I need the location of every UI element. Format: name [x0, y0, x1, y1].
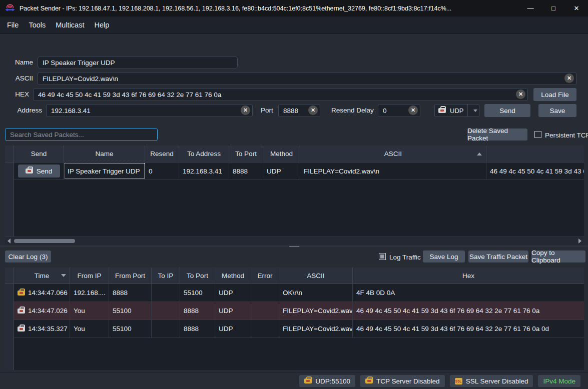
maximize-button[interactable]: □: [542, 0, 565, 16]
saved-header-method[interactable]: Method: [263, 146, 300, 162]
log-header-ascii[interactable]: ASCII: [279, 268, 353, 284]
log-to-ip-cell[interactable]: [152, 302, 180, 320]
log-to-port-cell[interactable]: 55100: [180, 284, 215, 302]
log-time-value: 14:34:47.026: [28, 307, 68, 314]
log-method-cell[interactable]: UDP: [215, 302, 251, 320]
hex-input[interactable]: [33, 88, 528, 101]
resend-clear-icon[interactable]: [408, 106, 418, 115]
log-hex-cell[interactable]: 4F 4B 0D 0A: [353, 284, 584, 302]
saved-hex-cell[interactable]: 46 49 4c 45 50 4c 41 59 3d 43 6f 76 69 6…: [486, 162, 584, 180]
log-to-port-cell[interactable]: 8888: [180, 302, 215, 320]
scrollbar-thumb[interactable]: [14, 239, 75, 243]
log-to-ip-cell[interactable]: [152, 320, 180, 338]
saved-header-hex[interactable]: [486, 146, 584, 162]
log-header-to-port[interactable]: To Port: [180, 268, 215, 284]
log-header-from-port[interactable]: From Port: [109, 268, 152, 284]
protocol-select[interactable]: UDP: [434, 104, 479, 117]
menu-help[interactable]: Help: [89, 16, 114, 34]
log-ascii-cell[interactable]: FILEPLAY=Covid2.wav\n\r: [279, 320, 353, 338]
saved-header-send[interactable]: Send: [14, 146, 64, 162]
row-send-button[interactable]: Send: [18, 164, 60, 178]
log-from-ip-cell[interactable]: You: [70, 320, 109, 338]
saved-to-port-cell[interactable]: 8888: [229, 162, 263, 180]
packet-icon: [438, 108, 446, 113]
log-header-error[interactable]: Error: [251, 268, 279, 284]
log-from-ip-cell[interactable]: 192.168....: [70, 284, 109, 302]
port-clear-icon[interactable]: [308, 106, 318, 115]
tcp-icon: [365, 378, 373, 384]
saved-resend-cell[interactable]: 0: [145, 162, 179, 180]
saved-ascii-cell[interactable]: FILEPLAY=Covid2.wav\n: [300, 162, 486, 180]
log-from-ip-cell[interactable]: You: [70, 302, 109, 320]
send-button[interactable]: Send: [484, 104, 530, 117]
saved-table-header: Send Name Resend To Address To Port Meth…: [5, 146, 584, 162]
persistent-tcp-checkbox[interactable]: [534, 131, 541, 138]
saved-method-cell[interactable]: UDP: [263, 162, 300, 180]
log-method-cell[interactable]: UDP: [215, 284, 251, 302]
log-header-method[interactable]: Method: [215, 268, 251, 284]
ipv4-mode-button[interactable]: IPv4 Mode: [538, 375, 580, 387]
scroll-left-icon[interactable]: [8, 238, 11, 244]
menu-tools[interactable]: Tools: [24, 16, 51, 34]
log-hex-cell[interactable]: 46 49 4c 45 50 4c 41 59 3d 43 6f 76 69 6…: [353, 302, 584, 320]
clear-log-button[interactable]: Clear Log (3): [5, 250, 51, 262]
address-input[interactable]: [46, 104, 253, 117]
ascii-clear-icon[interactable]: [564, 74, 574, 83]
log-method-cell[interactable]: UDP: [215, 320, 251, 338]
log-to-port-cell[interactable]: 8888: [180, 320, 215, 338]
horizontal-scrollbar[interactable]: [5, 236, 584, 244]
log-ascii-cell[interactable]: FILEPLAY=Covid2.wav\n: [279, 302, 353, 320]
copy-to-clipboard-button[interactable]: Copy to Clipboard: [531, 250, 585, 262]
close-button[interactable]: ✕: [565, 0, 588, 16]
log-from-port-cell[interactable]: 55100: [109, 320, 152, 338]
log-hex-cell[interactable]: 46 49 4c 45 50 4c 41 59 3d 43 6f 76 69 6…: [353, 320, 584, 338]
saved-header-resend[interactable]: Resend: [145, 146, 179, 162]
log-error-cell[interactable]: [251, 302, 279, 320]
log-row[interactable]: 14:34:35.327 You 55100 8888 UDP FILEPLAY…: [5, 320, 584, 338]
ssl-server-status-button[interactable]: SSL SSL Server Disabled: [450, 375, 533, 387]
load-file-button[interactable]: Load File: [533, 88, 576, 101]
save-traffic-packet-button[interactable]: Save Traffic Packet: [468, 250, 528, 262]
saved-to-address-cell[interactable]: 192.168.3.41: [179, 162, 229, 180]
log-to-ip-cell[interactable]: [152, 284, 180, 302]
log-time-cell[interactable]: 14:34:35.327: [14, 320, 70, 338]
saved-name-cell[interactable]: IP Speaker Trigger UDP: [64, 162, 145, 180]
log-traffic-checkbox[interactable]: [379, 253, 386, 260]
log-error-cell[interactable]: [251, 284, 279, 302]
save-log-button[interactable]: Save Log: [423, 250, 465, 262]
log-header-to-ip[interactable]: To IP: [152, 268, 180, 284]
ascii-input[interactable]: [38, 72, 576, 85]
log-header-corner: [5, 268, 14, 284]
save-button[interactable]: Save: [538, 104, 576, 117]
address-clear-icon[interactable]: [241, 106, 250, 115]
log-from-port-cell[interactable]: 55100: [109, 302, 152, 320]
name-input[interactable]: [38, 56, 238, 69]
saved-header-corner: [5, 146, 14, 162]
saved-table-row[interactable]: 1 Send IP Speaker Trigger UDP 0 192.168.…: [5, 162, 584, 180]
log-from-port-cell[interactable]: 8888: [109, 284, 152, 302]
hex-clear-icon[interactable]: [516, 90, 525, 99]
saved-header-name[interactable]: Name: [64, 146, 145, 162]
menu-multicast[interactable]: Multicast: [51, 16, 89, 34]
log-time-cell[interactable]: 14:34:47.026: [14, 302, 70, 320]
saved-header-to-port[interactable]: To Port: [229, 146, 263, 162]
saved-header-ascii[interactable]: ASCII: [300, 146, 486, 162]
log-row[interactable]: 14:34:47.066 192.168.... 8888 55100 UDP …: [5, 284, 584, 302]
delete-saved-packet-button[interactable]: Delete Saved Packet: [467, 128, 527, 140]
log-row[interactable]: 14:34:47.026 You 55100 8888 UDP FILEPLAY…: [5, 302, 584, 320]
log-ascii-cell[interactable]: OK\r\n: [279, 284, 353, 302]
scroll-right-icon[interactable]: [578, 238, 581, 244]
log-error-cell[interactable]: [251, 320, 279, 338]
udp-status-button[interactable]: UDP:55100: [299, 375, 355, 387]
log-header-hex[interactable]: Hex: [353, 268, 584, 284]
search-input[interactable]: [5, 128, 158, 141]
port-field-wrap: [278, 104, 320, 117]
saved-header-to-address[interactable]: To Address: [179, 146, 229, 162]
log-header-from-ip[interactable]: From IP: [70, 268, 109, 284]
minimize-button[interactable]: —: [519, 0, 542, 16]
splitter-handle[interactable]: [0, 246, 588, 247]
log-header-time[interactable]: Time: [14, 268, 70, 284]
log-time-cell[interactable]: 14:34:47.066: [14, 284, 70, 302]
menu-file[interactable]: File: [2, 16, 24, 34]
tcp-server-status-button[interactable]: TCP Server Disabled: [360, 375, 445, 387]
